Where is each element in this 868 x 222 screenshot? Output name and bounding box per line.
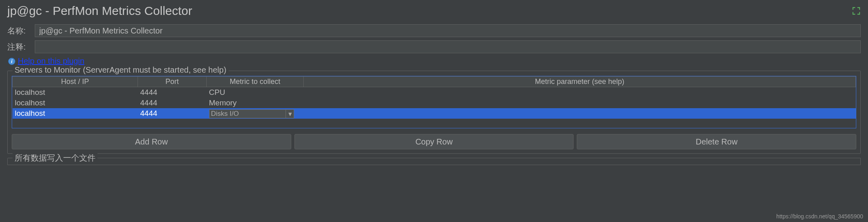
cell-metric[interactable]: Memory [207, 98, 304, 108]
expand-icon[interactable] [852, 6, 861, 15]
servers-table: Host / IP Port Metric to collect Metric … [12, 76, 856, 119]
comment-input[interactable] [35, 40, 861, 53]
name-input[interactable] [35, 24, 861, 37]
chevron-down-icon: ▾ [286, 110, 292, 118]
cell-param[interactable] [304, 108, 856, 119]
file-legend: 所有数据写入一个文件 [13, 153, 97, 163]
cell-metric[interactable]: CPU [207, 87, 304, 98]
comment-label: 注释: [7, 42, 35, 52]
col-param-header[interactable]: Metric parameter (see help) [304, 77, 856, 87]
info-icon: i [8, 58, 15, 65]
servers-legend: Servers to Monitor (ServerAgent must be … [13, 65, 229, 75]
cell-port[interactable]: 4444 [138, 108, 207, 119]
file-fieldset: 所有数据写入一个文件 [7, 158, 861, 165]
cell-port[interactable]: 4444 [138, 98, 207, 108]
page-title: jp@gc - PerfMon Metrics Collector [7, 4, 192, 18]
delete-row-button[interactable]: Delete Row [577, 134, 856, 149]
servers-table-wrap: Host / IP Port Metric to collect Metric … [12, 76, 856, 128]
cell-host[interactable]: localhost [13, 98, 138, 108]
comment-row: 注释: [0, 40, 868, 54]
cell-param[interactable] [304, 98, 856, 108]
cell-metric[interactable]: Disks I/O▾ [207, 108, 304, 119]
add-row-button[interactable]: Add Row [12, 134, 291, 149]
col-host-header[interactable]: Host / IP [13, 77, 138, 87]
help-link[interactable]: Help on this plugin [18, 57, 85, 66]
cell-host[interactable]: localhost [13, 108, 138, 119]
col-metric-header[interactable]: Metric to collect [207, 77, 304, 87]
metric-dropdown-label: Disks I/O [211, 110, 239, 118]
col-port-header[interactable]: Port [138, 77, 207, 87]
title-bar: jp@gc - PerfMon Metrics Collector [0, 0, 868, 23]
cell-host[interactable]: localhost [13, 87, 138, 98]
cell-port[interactable]: 4444 [138, 87, 207, 98]
table-header-row: Host / IP Port Metric to collect Metric … [13, 77, 856, 87]
table-row[interactable]: localhost4444CPU [13, 87, 856, 98]
copy-row-button[interactable]: Copy Row [294, 134, 574, 149]
name-label: 名称: [7, 25, 35, 36]
metric-dropdown[interactable]: Disks I/O▾ [209, 109, 294, 118]
table-row[interactable]: localhost4444Disks I/O▾ [13, 108, 856, 119]
table-row[interactable]: localhost4444Memory [13, 98, 856, 108]
cell-param[interactable] [304, 87, 856, 98]
name-row: 名称: [0, 23, 868, 38]
watermark: https://blog.csdn.net/qq_34565900 [776, 213, 863, 220]
button-row: Add Row Copy Row Delete Row [12, 134, 856, 149]
servers-fieldset: Servers to Monitor (ServerAgent must be … [7, 71, 861, 154]
